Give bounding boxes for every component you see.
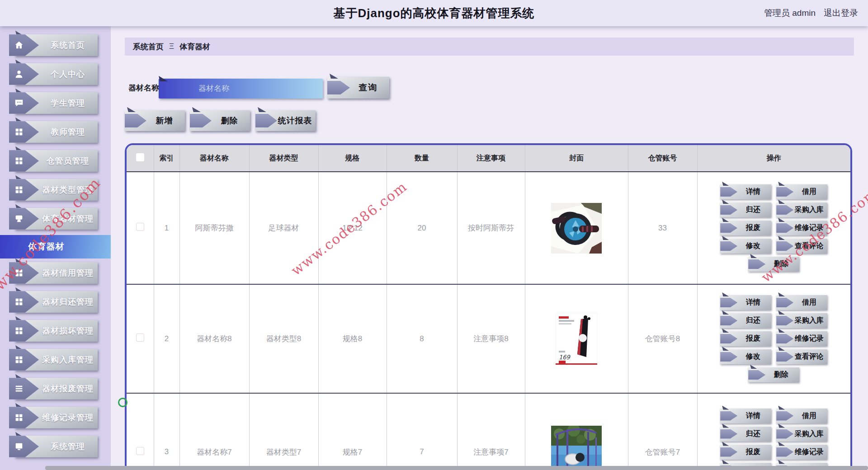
cell-account: 仓管账号8	[628, 284, 697, 393]
row-checkbox[interactable]	[136, 447, 144, 455]
repair-record-button[interactable]: 维修记录	[776, 221, 827, 235]
sidebar-item-label: 采购入库管理	[41, 349, 95, 371]
cell-spec: 规格8	[318, 284, 387, 393]
topbar-user-area: 管理员 admin 退出登录	[764, 0, 858, 26]
edit-button[interactable]: 修改	[720, 349, 771, 364]
add-button-label: 新增	[146, 110, 182, 131]
sidebar-item-label: 学生管理	[41, 92, 95, 114]
cell-index: 2	[154, 284, 179, 393]
repair-record-button[interactable]: 维修记录	[776, 331, 827, 346]
breadcrumb-current: 体育器材	[179, 42, 210, 52]
sidebar-item-purchase-inbound[interactable]: 采购入库管理	[9, 349, 98, 371]
report-button-label: 统计报表	[277, 110, 313, 131]
delete-button[interactable]: 删除	[190, 110, 250, 131]
sidebar-item-repair-records[interactable]: 维修记录管理	[9, 407, 98, 428]
page-root: 基于Django的高校体育器材管理系统 管理员 admin 退出登录 系统首页 …	[0, 0, 868, 470]
sidebar-item-label: 维修记录管理	[41, 407, 95, 428]
column-header-type: 器材类型	[249, 145, 318, 172]
table-row: 2 器材名称8 器材类型8 规格8 8 注意事项8	[127, 284, 850, 393]
borrow-button[interactable]: 借用	[776, 409, 827, 423]
view-comments-button[interactable]: 查看评论	[776, 349, 827, 364]
sidebar-item-warehouse-admins[interactable]: 仓管员管理	[9, 150, 98, 172]
breadcrumb-separator-icon: Ξ	[169, 42, 174, 51]
edit-button[interactable]: 修改	[720, 239, 771, 254]
row-delete-button[interactable]: 删除	[748, 367, 799, 382]
sidebar-item-equipment-types[interactable]: 器材类型管理	[9, 179, 98, 201]
sidebar-item-scrap-mgmt[interactable]: 器材报废管理	[9, 378, 98, 400]
row-select-cell	[127, 172, 154, 284]
sidebar: 系统首页 个人中心 学生管理 教师管理	[0, 26, 111, 470]
column-header-index: 索引	[154, 145, 179, 172]
sidebar-item-label: 个人中心	[41, 63, 95, 85]
cell-type: 器材类型7	[249, 393, 318, 470]
sidebar-item-label: 器材类型管理	[41, 179, 95, 201]
purchase-inbound-button[interactable]: 采购入库	[776, 427, 827, 442]
sidebar-item-label: 器材借用管理	[41, 262, 95, 284]
add-button[interactable]: 新增	[125, 110, 185, 131]
sidebar-item-home[interactable]: 系统首页	[9, 34, 98, 56]
page-title: 基于Django的高校体育器材管理系统	[0, 0, 868, 26]
view-comments-button[interactable]: 查看评论	[776, 239, 827, 254]
horizontal-scrollbar[interactable]	[45, 466, 868, 470]
sidebar-item-borrow-mgmt[interactable]: 器材借用管理	[9, 262, 98, 284]
row-delete-button[interactable]: 删除	[748, 257, 799, 272]
cover-image-playground	[551, 426, 602, 470]
sidebar-item-teachers[interactable]: 教师管理	[9, 121, 98, 143]
column-header-name: 器材名称	[179, 145, 249, 172]
return-button[interactable]: 归还	[720, 427, 771, 442]
sidebar-item-system-mgmt[interactable]: 系统管理	[9, 436, 98, 457]
sidebar-item-label: 器材报废管理	[41, 378, 95, 400]
table-row: 3 器材名称7 器材类型7 规格7 7 注意事项7	[127, 393, 850, 470]
sidebar-item-sports-equipment-active[interactable]: 体育器材	[0, 235, 111, 258]
equipment-name-input[interactable]	[159, 79, 323, 99]
return-button[interactable]: 归还	[720, 202, 771, 217]
cell-type: 器材类型8	[249, 284, 318, 393]
sidebar-item-profile[interactable]: 个人中心	[9, 63, 98, 85]
select-all-checkbox[interactable]	[136, 153, 144, 161]
sidebar-item-label: 体育器材	[0, 235, 93, 258]
table-row: 1 阿斯蒂芬撒 足球器材 12*12 20 按时阿斯蒂芬	[127, 172, 850, 284]
scrap-button[interactable]: 报废	[720, 221, 771, 235]
cell-spec: 12*12	[318, 172, 387, 284]
arrow-decoration	[255, 114, 277, 127]
logout-link[interactable]: 退出登录	[824, 7, 858, 19]
cell-cover	[525, 393, 628, 470]
scrap-button[interactable]: 报废	[720, 445, 771, 460]
arrow-decoration	[125, 114, 146, 127]
cell-spec: 规格7	[318, 393, 387, 470]
report-button[interactable]: 统计报表	[255, 110, 316, 131]
sidebar-item-return-mgmt[interactable]: 器材归还管理	[9, 291, 98, 313]
select-all-cell	[127, 145, 154, 172]
arrow-decoration	[190, 114, 212, 127]
breadcrumb-home[interactable]: 系统首页	[133, 42, 164, 52]
search-field-label: 器材名称	[128, 83, 159, 93]
return-button[interactable]: 归还	[720, 313, 771, 328]
repair-record-button[interactable]: 维修记录	[776, 445, 827, 460]
purchase-inbound-button[interactable]: 采购入库	[776, 202, 827, 217]
cell-index: 3	[154, 393, 179, 470]
sidebar-item-damage-mgmt[interactable]: 器材损坏管理	[9, 320, 98, 342]
column-header-qty: 数量	[387, 145, 457, 172]
cell-index: 1	[154, 172, 179, 284]
borrow-button[interactable]: 借用	[776, 184, 827, 199]
row-checkbox[interactable]	[136, 334, 144, 342]
cell-account: 仓管账号7	[628, 393, 697, 470]
column-header-actions: 操作	[697, 145, 850, 172]
row-checkbox[interactable]	[136, 223, 144, 231]
detail-button[interactable]: 详情	[720, 409, 771, 423]
sidebar-item-students[interactable]: 学生管理	[9, 92, 98, 114]
query-button[interactable]: 查询	[327, 77, 389, 99]
breadcrumb: 系统首页 Ξ 体育器材	[125, 38, 854, 56]
delete-button-label: 删除	[212, 110, 247, 131]
borrow-button[interactable]: 借用	[776, 295, 827, 310]
detail-button[interactable]: 详情	[720, 184, 771, 199]
sidebar-item-label: 器材归还管理	[41, 291, 95, 313]
cell-cover: 169	[525, 284, 628, 393]
scrap-button[interactable]: 报废	[720, 331, 771, 346]
fold-decoration	[127, 107, 136, 112]
purchase-inbound-button[interactable]: 采购入库	[776, 313, 827, 328]
detail-button[interactable]: 详情	[720, 295, 771, 310]
equipment-table: 索引 器材名称 器材类型 规格 数量 注意事项 封面 仓管账号 操作 1 阿斯蒂…	[125, 143, 852, 470]
sidebar-item-sports-equipment-mgmt[interactable]: 体育器材管理	[9, 208, 98, 230]
cell-qty: 8	[387, 284, 457, 393]
